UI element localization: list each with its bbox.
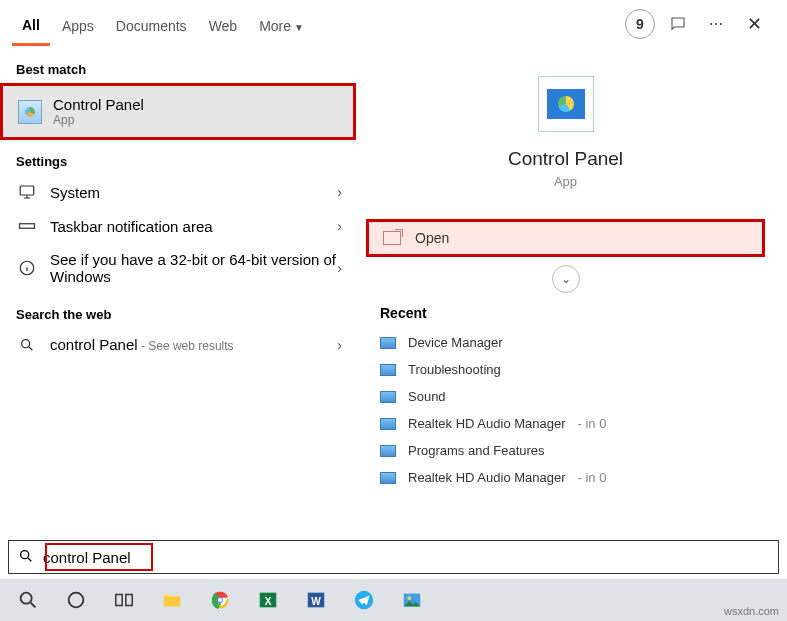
svg-rect-1 xyxy=(20,224,35,229)
detail-title: Control Panel xyxy=(356,148,775,170)
more-icon[interactable]: ⋯ xyxy=(701,9,731,39)
chevron-right-icon: › xyxy=(337,218,342,234)
taskbar-taskview-icon[interactable] xyxy=(102,581,146,619)
recent-item[interactable]: Device Manager xyxy=(356,329,775,356)
result-system[interactable]: System › xyxy=(0,175,356,209)
app-icon xyxy=(380,472,396,484)
close-icon[interactable]: ✕ xyxy=(739,9,769,39)
tab-more[interactable]: More▼ xyxy=(249,4,314,44)
settings-header: Settings xyxy=(0,140,356,175)
search-icon xyxy=(14,337,40,353)
control-panel-icon xyxy=(18,100,42,124)
svg-point-18 xyxy=(407,596,411,600)
svg-text:X: X xyxy=(265,596,272,607)
taskbar-telegram-icon[interactable] xyxy=(342,581,386,619)
control-panel-large-icon xyxy=(538,76,594,132)
recent-item[interactable]: Realtek HD Audio Manager - in 0 xyxy=(356,464,775,491)
search-bar[interactable] xyxy=(8,540,779,574)
detail-subtitle: App xyxy=(356,174,775,189)
recent-item[interactable]: Programs and Features xyxy=(356,437,775,464)
app-icon xyxy=(380,391,396,403)
chevron-right-icon: › xyxy=(337,337,342,353)
app-icon xyxy=(380,445,396,457)
result-title: Control Panel xyxy=(53,96,339,113)
svg-rect-8 xyxy=(126,595,132,606)
search-web-header: Search the web xyxy=(0,293,356,328)
svg-point-6 xyxy=(69,593,84,608)
result-control-panel[interactable]: Control Panel App xyxy=(0,83,356,140)
open-icon xyxy=(383,231,401,245)
watermark: wsxdn.com xyxy=(724,605,779,617)
taskbar-word-icon[interactable]: W xyxy=(294,581,338,619)
recent-item[interactable]: Sound xyxy=(356,383,775,410)
expand-button[interactable]: ⌄ xyxy=(552,265,580,293)
result-subtitle: App xyxy=(53,113,339,127)
svg-rect-7 xyxy=(116,595,122,606)
taskbar-search-icon[interactable] xyxy=(6,581,50,619)
monitor-icon xyxy=(14,183,40,201)
info-icon xyxy=(14,259,40,277)
recent-item[interactable]: Realtek HD Audio Manager - in 0 xyxy=(356,410,775,437)
result-32-64-bit[interactable]: See if you have a 32-bit or 64-bit versi… xyxy=(0,243,356,293)
open-action[interactable]: Open xyxy=(366,219,765,257)
recent-item[interactable]: Troubleshooting xyxy=(356,356,775,383)
tab-apps[interactable]: Apps xyxy=(52,4,104,44)
tab-web[interactable]: Web xyxy=(199,4,248,44)
chevron-right-icon: › xyxy=(337,184,342,200)
svg-point-11 xyxy=(218,598,222,602)
taskbar-icon xyxy=(14,217,40,235)
feedback-icon[interactable] xyxy=(663,9,693,39)
search-icon xyxy=(9,548,43,567)
svg-rect-0 xyxy=(20,186,34,195)
taskbar-photos-icon[interactable] xyxy=(390,581,434,619)
tab-documents[interactable]: Documents xyxy=(106,4,197,44)
tab-all[interactable]: All xyxy=(12,3,50,46)
chevron-right-icon: › xyxy=(337,260,342,276)
svg-point-3 xyxy=(22,339,30,347)
svg-text:W: W xyxy=(311,596,321,607)
search-tabs: All Apps Documents Web More▼ xyxy=(0,0,356,48)
svg-point-5 xyxy=(21,593,32,604)
app-icon xyxy=(380,364,396,376)
svg-point-4 xyxy=(21,550,29,558)
taskbar: X W xyxy=(0,579,787,621)
best-match-header: Best match xyxy=(0,48,356,83)
search-input[interactable] xyxy=(43,547,774,568)
app-icon xyxy=(380,337,396,349)
result-web-search[interactable]: control Panel - See web results › xyxy=(0,328,356,361)
badge-count[interactable]: 9 xyxy=(625,9,655,39)
result-taskbar-notification[interactable]: Taskbar notification area › xyxy=(0,209,356,243)
taskbar-chrome-icon[interactable] xyxy=(198,581,242,619)
recent-header: Recent xyxy=(356,299,775,329)
app-icon xyxy=(380,418,396,430)
taskbar-explorer-icon[interactable] xyxy=(150,581,194,619)
taskbar-cortana-icon[interactable] xyxy=(54,581,98,619)
taskbar-excel-icon[interactable]: X xyxy=(246,581,290,619)
